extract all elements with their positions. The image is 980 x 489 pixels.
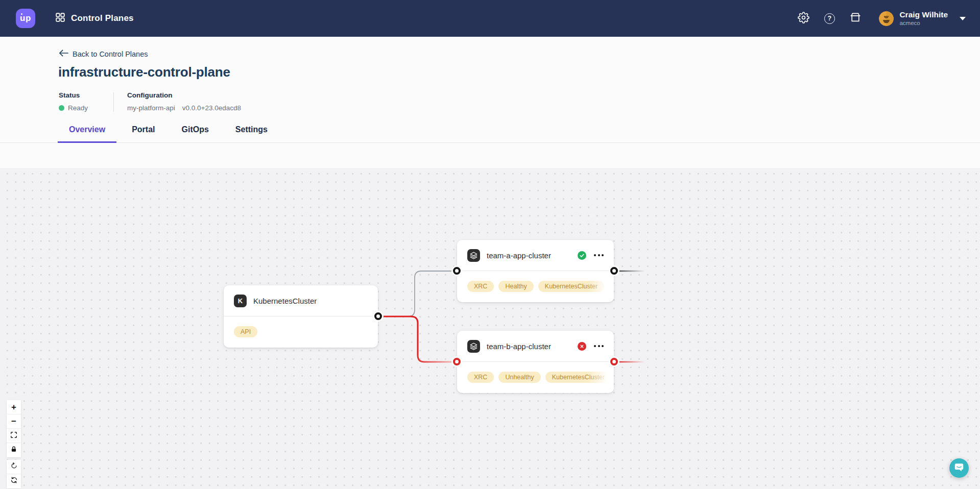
app-title: Control Planes: [71, 13, 134, 23]
zoom-out-button[interactable]: −: [7, 414, 21, 429]
pill-xrc: XRC: [467, 281, 494, 292]
node-team-b-app-cluster[interactable]: team-b-app-cluster XRC Unhealthy Kuberne…: [457, 331, 614, 393]
status-block: Status Ready: [59, 91, 88, 112]
pill-kubernetescluster: KubernetesCluster: [545, 372, 612, 383]
node-label: team-a-app-cluster: [487, 251, 551, 260]
back-arrow-icon: [59, 49, 68, 59]
handle-source-right[interactable]: [374, 312, 382, 320]
node-kubernetescluster[interactable]: K KubernetesCluster API: [224, 285, 378, 348]
minus-icon: −: [11, 417, 16, 427]
page-title: infrastructure-control-plane: [58, 64, 980, 80]
back-link-label: Back to Control Planes: [73, 50, 148, 58]
edges-layer: [0, 168, 980, 489]
tab-overview[interactable]: Overview: [58, 125, 116, 143]
layers-icon: [467, 340, 480, 353]
tab-gitops[interactable]: GitOps: [171, 125, 220, 143]
app-heading: Control Planes: [55, 12, 134, 25]
top-navigation-bar: up Control Planes ?: [0, 0, 980, 37]
configuration-label: Configuration: [127, 91, 241, 99]
edge-kc-to-team-b-solid: [382, 316, 418, 350]
logo-dot: [21, 13, 22, 15]
chat-launcher-button[interactable]: [949, 458, 969, 478]
handle-target-left[interactable]: [453, 358, 461, 365]
meta-row: Status Ready Configuration my-platform-a…: [59, 91, 980, 112]
upbound-logo[interactable]: up: [16, 9, 35, 28]
rotate-button[interactable]: [7, 460, 21, 474]
marketplace-button[interactable]: [849, 12, 862, 25]
plus-icon: +: [11, 402, 16, 412]
reload-icon: [10, 476, 18, 486]
graph-canvas[interactable]: K KubernetesCluster API team-a-app-clust…: [0, 168, 980, 489]
lock-icon: [10, 445, 17, 455]
configuration-block: Configuration my-platform-api v0.0.0+23.…: [127, 91, 241, 112]
node-team-a-app-cluster[interactable]: team-a-app-cluster XRC Healthy Kubernete…: [457, 240, 614, 302]
node-label: KubernetesCluster: [253, 297, 317, 305]
user-org: acmeco: [899, 20, 948, 27]
layers-icon: [467, 249, 480, 262]
status-label: Status: [59, 91, 88, 99]
zoom-in-button[interactable]: +: [7, 400, 21, 414]
chat-bubble-icon: [954, 462, 964, 474]
canvas-controls: + −: [7, 400, 21, 488]
node-label: team-b-app-cluster: [487, 342, 551, 351]
node-menu-button[interactable]: [594, 252, 604, 258]
handle-source-right[interactable]: [610, 267, 618, 275]
configuration-version: v0.0.0+23.0edacd8: [182, 104, 241, 112]
storefront-icon: [849, 11, 862, 26]
healthy-check-icon: [578, 251, 586, 260]
fit-view-button[interactable]: [7, 429, 21, 443]
chevron-down-icon: [960, 17, 966, 20]
unhealthy-x-icon: [578, 342, 586, 351]
kubernetes-resource-icon: K: [234, 295, 247, 307]
settings-gear-button[interactable]: [797, 12, 810, 25]
page-header: Back to Control Planes infrastructure-co…: [0, 37, 980, 143]
fit-view-icon: [10, 431, 17, 441]
node-menu-button[interactable]: [594, 343, 604, 349]
edge-kc-to-team-a: [382, 271, 453, 316]
pill-healthy: Healthy: [498, 281, 533, 292]
avatar: [879, 11, 894, 26]
pill-kubernetescluster: KubernetesCluster: [538, 281, 605, 292]
user-text: Craig Wilhite acmeco: [899, 10, 948, 27]
help-button[interactable]: ?: [823, 12, 836, 25]
handle-target-left[interactable]: [453, 267, 461, 275]
pill-xrc: XRC: [467, 372, 494, 383]
user-menu[interactable]: Craig Wilhite acmeco: [879, 10, 966, 27]
logo-text: up: [20, 13, 31, 23]
meta-divider: [113, 92, 114, 112]
tab-portal[interactable]: Portal: [121, 125, 166, 143]
grid-icon: [55, 12, 66, 25]
pill-unhealthy: Unhealthy: [498, 372, 540, 383]
lock-button[interactable]: [7, 443, 21, 457]
status-value: Ready: [68, 104, 88, 112]
pill-api: API: [234, 326, 257, 337]
tab-bar: Overview Portal GitOps Settings: [0, 125, 980, 143]
topbar-actions: ? Craig Wilhite: [797, 10, 980, 27]
edge-kc-to-team-b-fade: [418, 350, 453, 362]
rotate-icon: [10, 462, 18, 472]
user-name: Craig Wilhite: [899, 10, 948, 19]
tab-settings[interactable]: Settings: [224, 125, 279, 143]
help-icon: ?: [824, 13, 835, 24]
configuration-name: my-platform-api: [127, 104, 175, 112]
gear-icon: [798, 12, 809, 26]
handle-source-right[interactable]: [610, 358, 618, 365]
reload-button[interactable]: [7, 474, 21, 488]
status-ready-dot: [59, 105, 64, 111]
back-link[interactable]: Back to Control Planes: [59, 49, 148, 59]
